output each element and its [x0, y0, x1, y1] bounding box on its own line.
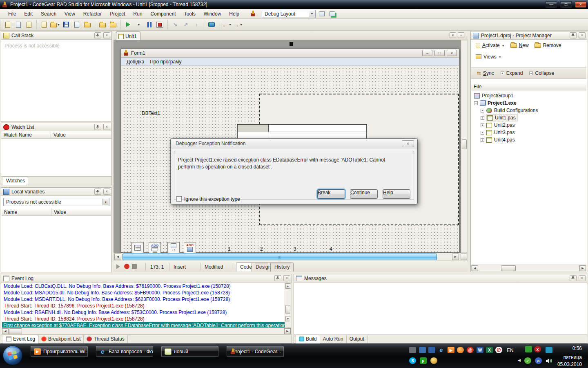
- debug-run-icon[interactable]: [116, 264, 120, 269]
- start-button[interactable]: [2, 345, 23, 367]
- event-log-vscrollbar[interactable]: ▲ ▼: [285, 283, 291, 328]
- menu-help[interactable]: Help: [225, 9, 243, 18]
- navigate-forward-button[interactable]: →▼: [233, 20, 243, 29]
- scroll-left-icon[interactable]: ◀: [114, 254, 121, 260]
- tab-build[interactable]: Build: [296, 335, 320, 343]
- device-tray-icon[interactable]: [409, 347, 416, 353]
- tree-unit3-pas[interactable]: + Unit3.pas: [481, 129, 515, 136]
- scroll-left-icon[interactable]: ◀: [2, 328, 9, 334]
- value-column[interactable]: Value: [51, 209, 111, 215]
- form-menu-dovidka[interactable]: Довідка: [124, 58, 147, 65]
- chevron-down-icon[interactable]: ▼: [502, 44, 505, 47]
- step-over-button[interactable]: ↗: [181, 20, 190, 29]
- navigate-back-button[interactable]: ←▼: [222, 20, 232, 29]
- trace-into-button[interactable]: ↘: [171, 20, 180, 29]
- clock-time[interactable]: 0:56: [543, 346, 582, 351]
- hscroll-thumb[interactable]: [9, 328, 22, 334]
- mainmenu1-component[interactable]: [131, 242, 144, 253]
- scroll-right-icon[interactable]: ▶: [452, 254, 459, 260]
- taskbar-button-media-player[interactable]: ▶ Проигрыватель Wi...: [31, 346, 88, 357]
- scroll-up-icon[interactable]: ▲: [285, 283, 290, 289]
- taskbar-button-rad-studio[interactable]: Project1 - CodeGear...: [227, 346, 284, 357]
- pin-icon[interactable]: [570, 32, 577, 38]
- close-icon[interactable]: ×: [579, 32, 586, 38]
- log-line[interactable]: Module Load: RSAENH.dll. No Debug Info. …: [2, 309, 228, 316]
- network-tray-icon[interactable]: [419, 347, 426, 353]
- form-minimize-button[interactable]: –: [422, 50, 432, 56]
- expand-box-icon[interactable]: +: [481, 131, 484, 135]
- add-file-button[interactable]: [24, 20, 33, 29]
- log-line[interactable]: Thread Start: Thread ID: 158824. Process…: [2, 316, 146, 322]
- save-button[interactable]: [62, 20, 71, 29]
- adoconnection1-component[interactable]: ADO: [184, 242, 196, 253]
- help-button[interactable]: Help: [383, 189, 410, 199]
- run-button[interactable]: [124, 20, 133, 29]
- expand-box-icon[interactable]: +: [481, 123, 484, 127]
- save-all-button[interactable]: [83, 20, 92, 29]
- expand-box-icon[interactable]: +: [481, 116, 484, 120]
- pin-icon[interactable]: [274, 275, 281, 281]
- designer-hscrollbar[interactable]: ◀ ||| ▶: [114, 253, 468, 261]
- views-button[interactable]: Views ▼: [473, 53, 504, 61]
- expand-button[interactable]: + Expand: [498, 70, 526, 77]
- tab-thread-status[interactable]: Thread Status: [84, 335, 127, 343]
- add-to-project-button[interactable]: [98, 20, 107, 29]
- tree-unit4-pas[interactable]: + Unit4.pas: [481, 136, 515, 144]
- tree-unit1-pas[interactable]: + Unit1.pas: [481, 114, 518, 121]
- expand-box-icon[interactable]: +: [481, 138, 484, 142]
- sync-button[interactable]: ⇆ Sync: [474, 70, 497, 77]
- tab-close-icon[interactable]: ×: [458, 32, 464, 38]
- menu-edit[interactable]: Edit: [20, 9, 37, 18]
- continue-button[interactable]: Continue: [350, 189, 378, 199]
- tab-history[interactable]: History: [270, 263, 294, 272]
- minimize-button[interactable]: —: [546, 1, 557, 8]
- remove-button[interactable]: Remove: [532, 42, 564, 49]
- forbidden-tray-icon[interactable]: ∅: [495, 347, 502, 353]
- collapse-box-icon[interactable]: −: [474, 101, 478, 105]
- skype-tray-icon[interactable]: S: [409, 357, 416, 364]
- tab-watches[interactable]: Watches: [3, 177, 28, 185]
- help-button[interactable]: [207, 20, 216, 29]
- tab-breakpoint-list[interactable]: Breakpoint List: [38, 335, 84, 343]
- chevron-down-icon[interactable]: ▼: [102, 199, 109, 205]
- event-log-list[interactable]: Module Load: CLBCatQ.DLL. No Debug Info.…: [2, 283, 285, 328]
- tree-build-configurations[interactable]: + Build Configurations: [481, 107, 538, 114]
- wmp-tray-icon[interactable]: ▶: [448, 347, 454, 353]
- mail-tray-icon[interactable]: @: [467, 347, 474, 353]
- taskbar-button-notepad[interactable]: новый: [161, 346, 218, 357]
- program-reset-button[interactable]: [156, 20, 165, 29]
- status-check-tray-icon[interactable]: ✓: [524, 357, 531, 364]
- scroll-right-icon[interactable]: ▶: [284, 328, 291, 334]
- save-layout-button[interactable]: [317, 10, 326, 18]
- log-line[interactable]: Module Load: CLBCatQ.DLL. No Debug Info.…: [2, 283, 232, 289]
- tab-event-log[interactable]: Event Log: [3, 335, 38, 343]
- run-until-return-button[interactable]: ↑: [192, 20, 201, 29]
- open-button[interactable]: [14, 20, 23, 29]
- pm-hscroll-thumb[interactable]: [501, 265, 516, 271]
- watch-value-column[interactable]: Value: [51, 131, 111, 138]
- menu-file[interactable]: File: [4, 9, 20, 18]
- close-icon[interactable]: ×: [103, 124, 110, 130]
- menu-view[interactable]: View: [60, 9, 79, 18]
- menu-refactor[interactable]: Refactor: [79, 9, 106, 18]
- chevron-down-icon[interactable]: ▼: [499, 56, 501, 58]
- close-icon[interactable]: ×: [579, 275, 586, 281]
- tab-auto-run[interactable]: Auto Run: [320, 335, 347, 343]
- agent-tray-icon[interactable]: [525, 346, 532, 352]
- tortoise-tray-icon[interactable]: µ: [420, 357, 427, 364]
- error-tray-icon[interactable]: x: [534, 346, 541, 352]
- record-icon[interactable]: [124, 264, 129, 269]
- a-tray-icon[interactable]: a: [535, 357, 542, 364]
- form-close-button[interactable]: ×: [447, 50, 457, 56]
- pause-button[interactable]: [145, 20, 154, 29]
- tree-unit2-pas[interactable]: + Unit2.pas: [481, 121, 515, 129]
- event-log-hscrollbar[interactable]: ◀ ▶: [2, 328, 291, 334]
- dialog-close-icon[interactable]: ×: [402, 140, 414, 147]
- log-line[interactable]: Module Load: MSADO15.dll. No Debug Info.…: [2, 289, 231, 296]
- desktop-layout-combo[interactable]: Debug Layout ▼: [262, 10, 316, 18]
- menu-tools[interactable]: Tools: [180, 9, 200, 18]
- scroll-left-icon[interactable]: ◀: [472, 265, 478, 271]
- new-unit-button[interactable]: [40, 20, 49, 29]
- tree-project1-exe[interactable]: − Project1.exe: [474, 99, 517, 107]
- watch-name-column[interactable]: Watch Name: [1, 131, 51, 138]
